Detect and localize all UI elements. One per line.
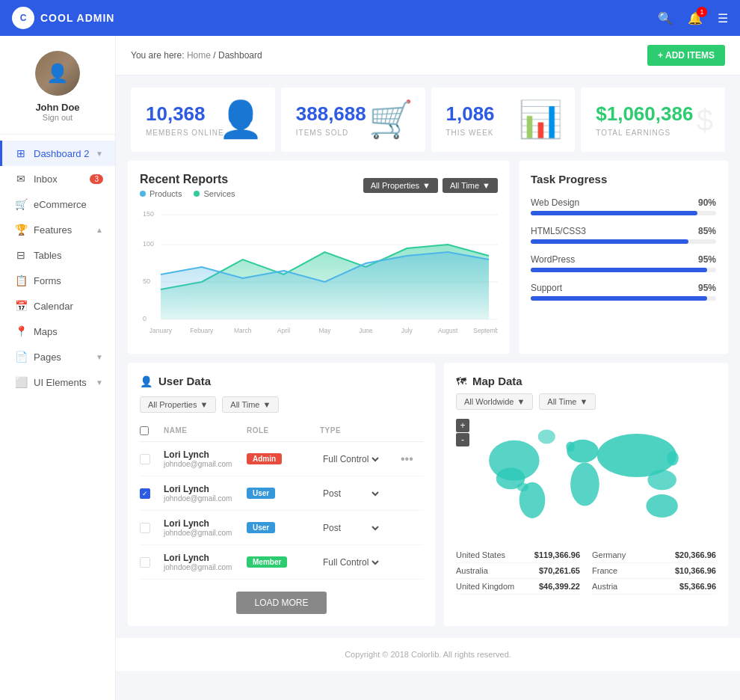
services-label: Services [203,189,235,198]
svg-text:150: 150 [143,210,154,218]
row-more-1[interactable]: ••• [401,452,423,466]
map-zoom-in[interactable]: + [456,419,469,432]
row-name-4: Lori Lynch johndoe@gmail.com [164,553,241,571]
chevron-down-icon: ▼ [96,353,103,361]
role-badge-member: Member [247,556,287,568]
row-type-4[interactable]: Full Control Post View [320,556,395,568]
sidebar-item-ui-elements[interactable]: ⬜ UI Elements ▼ [0,369,115,395]
stat-card-earnings: $1,060,386 TOTAL EARNINGS $ [581,88,725,152]
row-checkbox-1[interactable] [140,454,158,464]
row-type-2[interactable]: Post Full Control View [320,488,395,500]
task-name: HTML5/CSS3 [531,226,586,236]
sidebar-item-inbox[interactable]: ✉ Inbox 3 [0,166,115,191]
breadcrumb-prefix: You are here: [131,50,187,61]
checkbox-checked[interactable]: ✓ [140,488,150,499]
map-amount: $5,366.96 [679,582,716,591]
chart-svg: 150 100 50 0 [140,207,498,342]
row-name-3: Lori Lynch johndoe@gmail.com [164,518,241,537]
th-actions [401,426,423,437]
top-nav: C COOL ADMIN 🔍 🔔 1 ☰ [0,0,740,36]
chart-header: Recent Reports Products Services [140,173,498,198]
map-stat-row: Germany $20,366.96 [592,547,716,563]
map-stat-row: United Kingdom $46,399.22 [456,579,580,595]
sidebar-item-calendar[interactable]: 📅 Calendar [0,293,115,319]
select-all-checkbox[interactable] [140,426,149,435]
table-row: Lori Lynch johndoe@gmail.com User Post F… [140,511,423,545]
pages-icon: 📄 [14,351,28,363]
svg-point-29 [538,429,555,443]
map-amount: $119,366.96 [534,550,580,559]
sidebar-item-pages[interactable]: 📄 Pages ▼ [0,344,115,369]
user-data-icon: 👤 [140,375,152,387]
world-map-area: + - [456,419,716,538]
type-select[interactable]: Post Full Control View [320,488,381,500]
user-table: NAME ROLE TYPE Lori Lynch johndoe@gmail.… [140,422,423,580]
row-type-3[interactable]: Post Full Control View [320,522,395,534]
table-header: NAME ROLE TYPE [140,422,423,442]
task-pct: 95% [698,254,716,265]
sidebar-item-dashboard[interactable]: ⊞ Dashboard 2 ▼ [0,141,115,166]
ui-elements-icon: ⬜ [14,376,28,388]
sidebar-item-tables[interactable]: ⊟ Tables [0,242,115,268]
sidebar-item-features[interactable]: 🏆 Features ▲ [0,217,115,242]
svg-text:50: 50 [143,277,150,285]
map-zoom-out[interactable]: - [456,433,469,446]
chart-legend: Products Services [140,189,235,198]
map-country: United Kingdom [456,582,514,591]
dashboard-icon: ⊞ [14,147,28,159]
checkbox-unchecked[interactable] [140,557,150,568]
row-checkbox-2[interactable]: ✓ [140,488,158,499]
row-checkbox-3[interactable] [140,523,158,533]
map-country: Germany [592,550,626,559]
charts-row: Recent Reports Products Services [128,161,728,354]
svg-point-30 [566,442,575,452]
breadcrumb-home[interactable]: Home [187,50,211,61]
progress-fill [531,211,697,215]
earnings-icon: $ [697,103,713,137]
task-name: Support [531,283,562,293]
type-select[interactable]: Full Control Post View [320,453,381,465]
load-more-button[interactable]: LOAD MORE [236,592,326,614]
map-worldwide-filter[interactable]: All Worldwide ▼ [456,393,533,410]
profile-name: John Doe [0,102,115,113]
add-items-button[interactable]: + ADD ITEMS [647,45,725,66]
features-icon: 🏆 [14,224,28,236]
notification-icon[interactable]: 🔔 1 [688,11,703,25]
chevron-down-icon: ▼ [96,378,103,387]
row-name-2: Lori Lynch johndoe@gmail.com [164,484,241,503]
layout: 👤 John Doe Sign out ⊞ Dashboard 2 ▼ ✉ In… [0,36,740,700]
hamburger-menu-icon[interactable]: ☰ [718,11,728,25]
type-select[interactable]: Full Control Post View [320,556,381,568]
checkbox-unchecked[interactable] [140,523,150,533]
all-properties-filter[interactable]: All Properties ▼ [363,178,438,193]
row-type-1[interactable]: Full Control Post View [320,453,395,465]
sidebar-item-ecommerce[interactable]: 🛒 eCommerce [0,191,115,217]
user-all-properties-filter[interactable]: All Properties ▼ [140,396,216,413]
map-data-card: 🗺 Map Data All Worldwide ▼ All Time ▼ + … [444,363,728,626]
sidebar-item-forms[interactable]: 📋 Forms [0,268,115,293]
task-item-webdesign: Web Design 90% [531,197,716,215]
progress-bar [531,211,716,215]
row-role-1: Admin [247,453,314,464]
checkbox-unchecked[interactable] [140,454,150,464]
services-dot [194,191,200,197]
all-time-filter[interactable]: All Time ▼ [443,178,498,193]
task-pct: 85% [698,226,716,236]
tables-icon: ⊟ [14,249,28,261]
map-title: Map Data [472,375,522,387]
user-all-time-filter[interactable]: All Time ▼ [222,396,279,413]
sidebar-item-label: Dashboard 2 [34,148,96,159]
signout-link[interactable]: Sign out [0,113,115,122]
map-amount: $20,366.96 [675,550,716,559]
sidebar-item-maps[interactable]: 📍 Maps [0,319,115,344]
progress-fill [531,239,688,244]
map-all-time-filter[interactable]: All Time ▼ [539,393,596,410]
stat-card-items: 388,688 ITEMS SOLD 🛒 [281,88,425,152]
type-select[interactable]: Post Full Control View [320,522,381,534]
row-checkbox-4[interactable] [140,557,158,568]
search-icon[interactable]: 🔍 [658,11,673,25]
table-row: ✓ Lori Lynch johndoe@gmail.com User Post [140,476,423,511]
row-role-2: User [247,488,314,499]
inbox-badge: 3 [90,174,103,184]
svg-text:0: 0 [143,315,147,322]
